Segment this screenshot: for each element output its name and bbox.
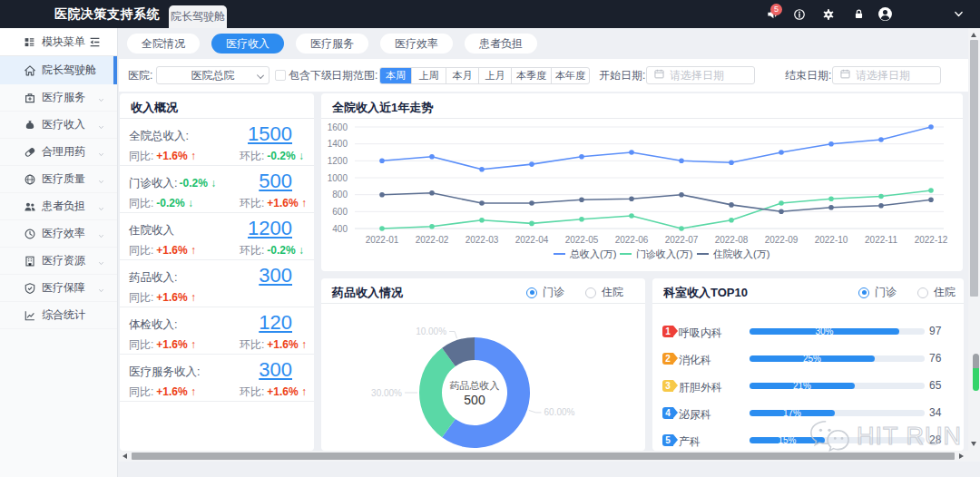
sidebar-item-5[interactable]: 医疗质量 [0,166,117,193]
calendar-icon [653,68,665,83]
sidebar-item-2[interactable]: 医疗服务 [0,84,117,112]
svg-text:2022-11: 2022-11 [865,235,897,245]
notifications-icon[interactable]: 5 [763,0,781,28]
svg-text:2022-04: 2022-04 [515,235,549,245]
hospital-select[interactable]: 医院总院 [156,66,270,84]
sidebar-item-10[interactable]: 综合统计 [0,302,117,329]
range-option-4[interactable]: 上月 [478,68,511,83]
range-option-6[interactable]: 本年度 [551,68,589,83]
dept-radio-2[interactable]: 住院 [917,285,956,300]
income-overview-panel: 收入概况 全院总收入:1500同比:+1.6% ↑环比:-0.2% ↓门诊收入:… [120,93,314,451]
dept-bar: 21% [750,383,925,389]
start-date-input[interactable]: 请选择日期 [646,66,755,84]
income-row-value[interactable]: 1200 [248,217,292,240]
income-row-value[interactable]: 1500 [248,122,292,146]
sidebar-item-6[interactable]: 患者负担 [0,193,117,220]
scroll-right-arrow-icon[interactable] [959,453,964,459]
mom-value: -0.2% ↓ [267,150,304,162]
income-row-label: 全院总收入: [129,130,189,142]
vertical-scrollbar[interactable] [968,28,980,462]
yoy-label: 同比:+1.6% ↑ [129,291,196,304]
sidebar-item-4[interactable]: 合理用药 [0,139,117,166]
svg-text:1600: 1600 [328,122,348,132]
radio-icon [526,287,537,298]
radio-label: 门诊 [543,285,564,300]
dept-top10-panel: 科室收入TOP10 门诊住院 1呼吸内科30%972消化科25%763肝胆外科2… [652,278,964,451]
drug-radio-1[interactable]: 门诊 [526,285,564,300]
include-sub-checkbox[interactable] [275,70,286,81]
date-range-segment: 本周上周本月上月本季度本年度 [379,67,590,84]
income-icon [24,119,36,131]
sidebar-item-8[interactable]: 医疗资源 [0,248,117,275]
sidebar-item-7[interactable]: 医疗效率 [0,220,117,248]
collapse-sidebar-icon[interactable] [89,36,101,51]
svg-text:2022-06: 2022-06 [615,235,649,245]
calendar-icon [839,68,851,83]
mom-value: +1.6% ↑ [267,385,307,398]
avatar[interactable] [877,0,893,28]
range-option-1[interactable]: 本周 [380,68,411,83]
rank-badge: 1 [662,326,673,337]
dept-row-3: 3肝胆外科21%65 [652,373,964,400]
scroll-left-arrow-icon[interactable] [122,453,127,459]
svg-text:1200: 1200 [328,156,348,166]
dept-radio-1[interactable]: 门诊 [858,285,897,300]
income-row-value[interactable]: 500 [259,170,292,193]
tab-2[interactable]: 医疗收入 [211,34,284,54]
tab-1[interactable]: 全院情况 [127,34,200,54]
dept-row-5: 5产科15%28 [652,427,964,451]
panel-scrollbar-thumb[interactable] [973,354,979,391]
lock-icon[interactable] [851,0,866,28]
income-row-inline-change: -0.2% ↓ [179,177,216,190]
sidebar-item-label: 医疗服务 [42,90,85,105]
svg-text:1400: 1400 [328,139,348,149]
income-row-value[interactable]: 300 [259,358,292,382]
income-row-value[interactable]: 120 [259,311,292,335]
tab-5[interactable]: 患者负担 [465,34,537,54]
radio-icon [917,287,928,298]
rank-badge: 2 [662,353,673,365]
range-option-2[interactable]: 上周 [411,68,446,83]
dept-name: 呼吸内科 [679,326,722,341]
stats-icon [24,309,36,322]
menu-grid-icon[interactable] [24,36,35,51]
radio-label: 门诊 [875,285,897,300]
horizontal-scrollbar-thumb[interactable] [132,453,955,460]
svg-text:10.00%: 10.00% [416,326,446,336]
app-root: 医院决策支持系统 院长驾驶舱 5 模块菜单 院长驾驶舱医疗服务医疗收入合理用药医… [0,0,980,477]
sidebar-item-label: 医疗资源 [42,253,85,268]
svg-text:2022-09: 2022-09 [765,235,799,245]
gear-icon[interactable] [821,0,836,28]
tab-3[interactable]: 医疗服务 [296,34,368,54]
home-icon [24,64,36,77]
tab-4[interactable]: 医疗效率 [380,34,453,54]
range-option-3[interactable]: 本月 [446,68,478,83]
info-icon[interactable] [792,0,807,28]
dept-name: 产科 [679,434,701,450]
sidebar-item-3[interactable]: 医疗收入 [0,112,117,139]
income-row-value[interactable]: 300 [259,264,292,287]
sidebar-item-1[interactable]: 院长驾驶舱 [0,56,117,84]
dept-bar-percent: 17% [750,408,835,418]
svg-text:400: 400 [332,224,348,234]
end-date-input[interactable]: 请选择日期 [832,66,941,84]
radio-icon [585,287,596,298]
sidebar-item-9[interactable]: 医疗保障 [0,275,117,302]
chevron-down-icon [97,230,104,238]
dept-name: 消化科 [679,353,711,368]
vertical-scrollbar-thumb[interactable] [970,40,978,297]
scroll-down-arrow-icon[interactable] [971,442,976,446]
range-option-5[interactable]: 本季度 [511,68,551,83]
start-date-label: 开始日期: [599,59,645,92]
chevron-down-icon [97,176,104,183]
scroll-up-arrow-icon[interactable] [971,33,976,37]
drug-radio-2[interactable]: 住院 [585,285,623,300]
start-date-placeholder: 请选择日期 [670,68,724,83]
chevron-down-icon[interactable] [952,0,965,28]
dept-name: 泌尿科 [679,407,711,423]
horizontal-scrollbar[interactable] [119,451,968,462]
date-range-label: 日期范围: [331,59,377,92]
mom-label: 环比:+1.6% ↑ [240,385,307,400]
drug-donut-chart: 60.00%30.00%10.00%药品总收入500 [321,305,645,451]
page-tabs: 全院情况医疗收入医疗服务医疗效率患者负担 [119,28,968,59]
